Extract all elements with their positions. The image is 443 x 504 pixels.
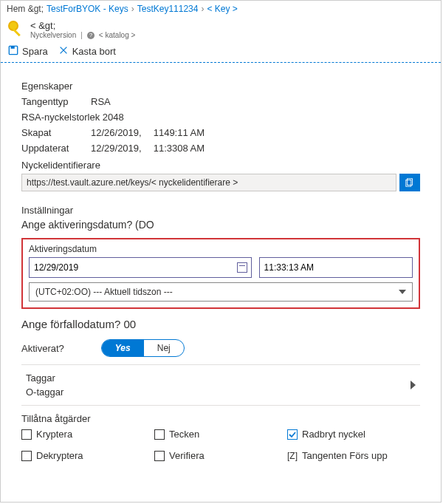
info-icon[interactable]: ?	[87, 32, 95, 39]
breadcrumb-item-key[interactable]: TestKey111234	[137, 4, 199, 14]
chevron-right-icon: ›	[201, 4, 204, 14]
wrap-key-checkbox[interactable]: Radbryt nyckel	[287, 429, 420, 440]
timezone-value: (UTC+02:OO) --- Aktuell tidszon ---	[35, 287, 173, 297]
key-icon	[8, 21, 24, 38]
activation-date-input[interactable]	[29, 257, 252, 278]
save-icon	[8, 45, 18, 58]
settings-heading: Inställningar	[21, 205, 420, 216]
enabled-toggle[interactable]: Yes Nej	[101, 339, 185, 357]
properties-heading: Egenskaper	[21, 81, 420, 92]
key-identifier-input[interactable]	[21, 174, 396, 191]
key-type-value: RSA	[91, 96, 111, 107]
encrypt-checkbox[interactable]: Kryptera	[21, 429, 154, 440]
set-expiration-date-label: Ange förfallodatum? 00	[21, 318, 420, 330]
decrypt-label: Dekryptera	[36, 450, 83, 461]
enabled-yes[interactable]: Yes	[102, 340, 144, 356]
calendar-icon[interactable]	[237, 262, 247, 273]
wrap-key-label: Radbryt nyckel	[302, 429, 365, 440]
discard-label: Kasta bort	[72, 46, 116, 57]
activation-date-group: Aktiveringsdatum (UTC+02:OO) --- Aktuell…	[21, 238, 420, 309]
chevron-down-icon	[399, 290, 406, 294]
tags-label: Taggar	[26, 372, 63, 384]
copy-button[interactable]	[399, 174, 420, 191]
unwrap-key-label: Tangenten Förs upp	[302, 450, 388, 461]
created-label: Skapat	[21, 127, 79, 138]
checkbox-icon	[154, 451, 165, 461]
permitted-operations-heading: Tillåtna åtgärder	[21, 413, 420, 424]
verify-label: Verifiera	[169, 450, 205, 461]
set-activation-date-label: Ange aktiveringsdatum? (DO	[21, 219, 420, 231]
chevron-right-icon	[411, 381, 416, 389]
unwrap-key-checkbox[interactable]: [Z] Tangenten Förs upp	[287, 450, 420, 461]
tags-value: O-taggar	[26, 386, 63, 398]
updated-label: Uppdaterat	[21, 143, 79, 154]
enabled-no[interactable]: Nej	[144, 340, 184, 356]
catalog-label: < katalog >	[99, 31, 135, 39]
sign-checkbox[interactable]: Tecken	[154, 429, 287, 440]
rsa-size-value: RSA-nyckelstorlek 2048	[21, 112, 124, 123]
z-icon: [Z]	[287, 451, 298, 461]
activation-time-input[interactable]	[259, 257, 413, 278]
save-label: Spara	[22, 46, 48, 57]
created-time: 1149:11 AM	[154, 127, 205, 138]
save-button[interactable]: Spara	[8, 45, 48, 58]
chevron-right-icon: ›	[131, 4, 134, 14]
decrypt-checkbox[interactable]: Dekryptera	[21, 450, 154, 461]
key-type-label: Tangenttyp	[21, 96, 79, 107]
copy-icon	[405, 177, 415, 188]
breadcrumb-item-version[interactable]: < Key >	[207, 4, 237, 14]
activation-date-label: Aktiveringsdatum	[29, 244, 413, 254]
encrypt-label: Kryptera	[36, 429, 72, 440]
breadcrumb-home: Hem &gt;	[7, 4, 44, 14]
page-subtitle: Nyckelversion	[30, 31, 76, 39]
sign-label: Tecken	[169, 429, 199, 440]
tags-row[interactable]: Taggar O-taggar	[21, 365, 420, 406]
timezone-select[interactable]: (UTC+02:OO) --- Aktuell tidszon ---	[29, 282, 413, 302]
breadcrumb: Hem &gt; TestForBYOK - Keys › TestKey111…	[1, 1, 441, 17]
created-date: 12/26/2019,	[91, 127, 142, 138]
discard-button[interactable]: Kasta bort	[58, 45, 116, 58]
svg-rect-1	[11, 46, 15, 49]
verify-checkbox[interactable]: Verifiera	[154, 450, 287, 461]
checkbox-icon	[154, 429, 165, 440]
checkbox-icon	[21, 429, 32, 440]
updated-time: 11:3308 AM	[154, 143, 205, 154]
breadcrumb-item-vault[interactable]: TestForBYOK - Keys	[47, 4, 128, 14]
close-icon	[58, 45, 69, 58]
checkbox-checked-icon	[287, 429, 298, 440]
checkbox-icon	[21, 451, 32, 461]
key-identifier-label: Nyckelidentifierare	[21, 160, 420, 171]
updated-date: 12/29/2019,	[91, 143, 142, 154]
enabled-label: Aktiverat?	[21, 343, 64, 354]
page-title: < &gt;	[30, 20, 135, 31]
